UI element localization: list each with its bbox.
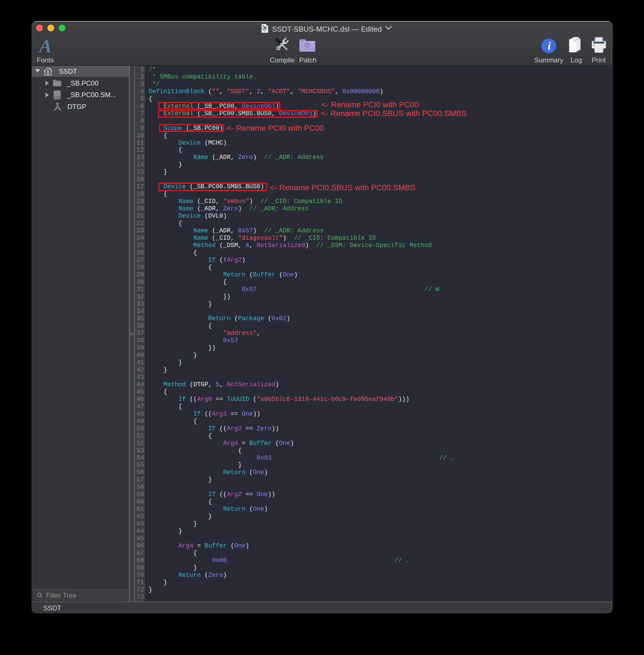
svg-text:DSL: DSL [263,30,267,32]
svg-text:i: i [548,40,551,52]
